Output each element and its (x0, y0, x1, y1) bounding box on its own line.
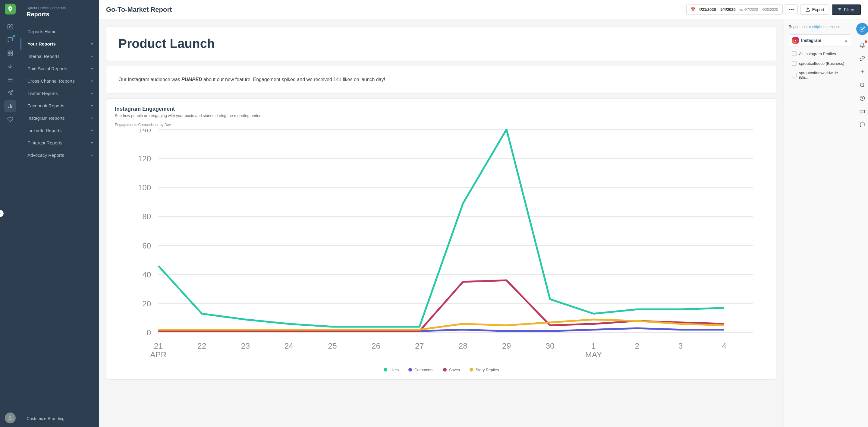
filters-icon (837, 7, 842, 12)
platform-name: Instagram (801, 38, 821, 43)
sidebar-item-reports-home[interactable]: Reports Home (21, 25, 99, 38)
legend-dot-saves (443, 368, 447, 371)
sidebar-section-title: Reports (27, 11, 93, 18)
svg-text:20: 20 (142, 299, 151, 308)
add-action-icon[interactable] (857, 66, 868, 77)
support-action-icon[interactable] (857, 119, 868, 130)
report-main-title: Product Launch (119, 36, 764, 51)
legend-item-saves: Saves (443, 368, 460, 372)
legend-dot-likes (384, 368, 387, 371)
publishing-icon[interactable] (4, 60, 16, 72)
date-range-button[interactable]: 📅 4/21/2020 – 5/4/2020 vs 4/7/2020 – 4/2… (686, 4, 783, 14)
multiple-timezones-link[interactable]: multiple (809, 25, 822, 29)
desc-part1: Our Instagram audience was (119, 77, 181, 82)
engagement-chart: 0 20 40 60 80 100 120 140 21 APR 22 23 (115, 129, 768, 362)
link-action-icon[interactable] (857, 53, 868, 64)
profile-item-coffeeco[interactable]: sproutcoffeeco (Business) (789, 59, 851, 68)
report-area: Product Launch Our Instagram audience wa… (99, 19, 784, 427)
platform-chevron-icon: ▲ (844, 38, 848, 42)
feed-icon[interactable] (4, 47, 16, 59)
company-name: Sprout Coffee Corporate (27, 6, 93, 10)
profile-checkbox-coffeeco[interactable] (792, 61, 797, 66)
compose-action-button[interactable] (856, 23, 868, 35)
chart-card: Instagram Engagement See how people are … (106, 98, 776, 380)
svg-text:APR: APR (150, 350, 166, 359)
date-main: 4/21/2020 – 5/4/2020 (699, 7, 736, 12)
chevron-icon: ▾ (91, 67, 93, 71)
svg-text:26: 26 (372, 341, 380, 350)
chevron-icon: ▾ (91, 141, 93, 145)
sidebar-item-cross-channel-reports[interactable]: Cross-Channel Reports ▾ (21, 75, 99, 87)
chevron-icon: ▾ (91, 79, 93, 83)
svg-rect-3 (8, 54, 10, 56)
svg-text:120: 120 (138, 154, 151, 163)
compose-icon[interactable] (4, 21, 16, 33)
svg-text:100: 100 (138, 183, 151, 192)
help-action-icon[interactable] (857, 93, 868, 104)
notifications-action-icon[interactable] (857, 40, 868, 51)
legend-item-story-replies: Story Replies (470, 368, 499, 372)
report-description-card: Our Instagram audience was PUMPED about … (106, 66, 776, 93)
sidebar-item-facebook-reports[interactable]: Facebook Reports ▾ (21, 99, 99, 112)
sidebar-item-linkedin-reports[interactable]: LinkedIn Reports ▾ (21, 124, 99, 136)
listening-icon[interactable] (4, 113, 16, 125)
sidebar-item-advocacy-reports[interactable]: Advocacy Reports ▾ (21, 149, 99, 161)
profile-checkbox-worldwide[interactable] (792, 73, 797, 78)
date-vs: vs 4/7/2020 – 4/20/2020 (739, 7, 778, 12)
export-icon (805, 7, 810, 12)
instagram-platform-header[interactable]: Instagram ▲ (789, 34, 851, 47)
svg-text:0: 0 (147, 328, 151, 337)
profile-checkbox-all[interactable] (792, 51, 797, 56)
platform-header-left: Instagram (792, 37, 821, 44)
chevron-icon: ▾ (91, 42, 93, 46)
legend-label-saves: Saves (449, 368, 460, 372)
right-actions (856, 19, 868, 427)
svg-text:22: 22 (197, 341, 206, 350)
instagram-icon (792, 37, 799, 44)
chevron-icon: ▾ (91, 104, 93, 108)
filters-button[interactable]: Filters (832, 4, 861, 15)
desc-part2: about our new feature! Engagement spiked… (202, 77, 385, 82)
svg-rect-1 (11, 51, 13, 53)
svg-text:28: 28 (458, 341, 467, 350)
sidebar-item-instagram-reports[interactable]: Instagram Reports ▾ (21, 112, 99, 124)
search-action-icon[interactable] (857, 80, 868, 90)
svg-text:21: 21 (154, 341, 163, 350)
page-body: Product Launch Our Instagram audience wa… (99, 19, 868, 427)
sidebar-item-pinterest-reports[interactable]: Pinterest Reports ▾ (21, 136, 99, 149)
chart-container: 0 20 40 60 80 100 120 140 21 APR 22 23 (115, 129, 768, 363)
sidebar-item-paid-social-reports[interactable]: Paid Social Reports ▾ (21, 62, 99, 75)
chevron-icon: ▾ (91, 91, 93, 96)
inbox-icon[interactable] (4, 34, 16, 46)
sidebar-nav: Reports Home Your Reports ▾ Internal Rep… (21, 23, 99, 410)
sidebar-item-your-reports[interactable]: Your Reports ▾ (21, 38, 99, 50)
app-logo[interactable] (5, 4, 16, 14)
report-description: Our Instagram audience was PUMPED about … (119, 76, 764, 84)
export-button[interactable]: Export (800, 4, 829, 15)
svg-rect-57 (860, 110, 864, 113)
svg-text:23: 23 (241, 341, 250, 350)
panel-notice: Report uses multiple time zones (789, 24, 851, 30)
more-options-button[interactable]: ••• (785, 4, 798, 15)
user-avatar-rail[interactable] (5, 413, 16, 423)
sidebar: Sprout Coffee Corporate Reports Reports … (21, 0, 99, 427)
legend-item-comments: Comments (408, 368, 433, 372)
tasks-icon[interactable] (4, 73, 16, 86)
sidebar-item-internal-reports[interactable]: Internal Reports ▾ (21, 50, 99, 62)
reports-icon[interactable] (4, 100, 16, 112)
svg-text:140: 140 (138, 129, 151, 134)
profile-item-worldwide[interactable]: sproutcoffeeworldwide (Bu... (789, 68, 851, 82)
campaigns-icon[interactable] (4, 87, 16, 99)
svg-text:40: 40 (142, 270, 151, 279)
keyboard-action-icon[interactable] (857, 106, 868, 117)
sidebar-item-twitter-reports[interactable]: Twitter Reports ▾ (21, 87, 99, 99)
svg-text:4: 4 (722, 341, 726, 350)
report-title: Go-To-Market Report (106, 6, 172, 13)
calendar-icon: 📅 (691, 7, 695, 12)
profile-item-all[interactable]: All Instagram Profiles (789, 49, 851, 59)
notification-badge (865, 40, 867, 43)
svg-line-54 (863, 86, 864, 87)
chevron-icon: ▾ (91, 54, 93, 59)
chart-title: Instagram Engagement (115, 106, 768, 112)
customize-branding-link[interactable]: Customize Branding (27, 414, 93, 423)
